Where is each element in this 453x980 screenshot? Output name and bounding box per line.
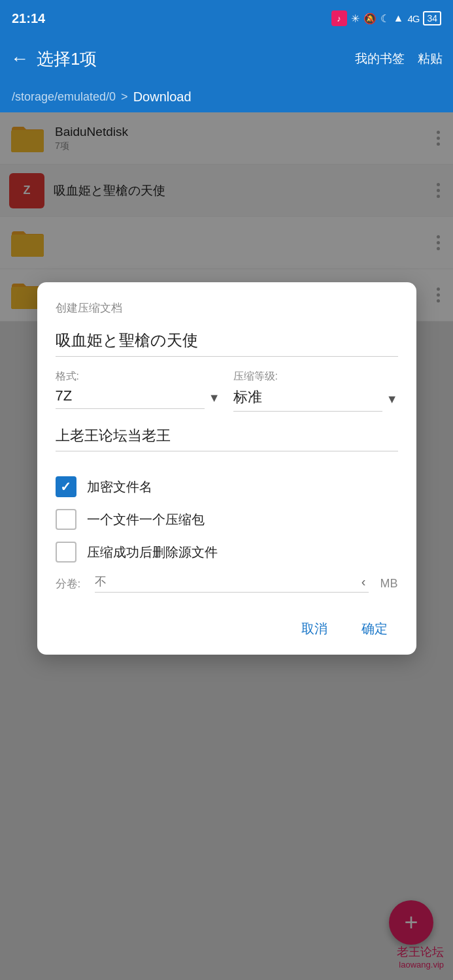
level-value: 标准 bbox=[233, 387, 382, 412]
top-actions: 我的书签 粘贴 bbox=[355, 50, 443, 67]
dialog-buttons: 取消 确定 bbox=[56, 610, 398, 642]
format-select[interactable]: 7Z ▼ bbox=[56, 387, 220, 409]
breadcrumb-current[interactable]: Download bbox=[133, 90, 192, 105]
breadcrumb: /storage/emulated/0 > Download bbox=[0, 81, 453, 112]
password-input[interactable] bbox=[56, 423, 398, 451]
file-list: BaiduNetdisk 7项 Z 吸血姫と聖槍の天使 bbox=[0, 112, 453, 980]
level-select[interactable]: 标准 ▼ bbox=[233, 387, 398, 412]
status-bar: 21:14 ♪ ✳ 🔕 ☾ ▲ 4G 34 bbox=[0, 0, 453, 37]
encrypt-checkbox[interactable] bbox=[56, 476, 76, 497]
top-bar: ← 选择1项 我的书签 粘贴 bbox=[0, 37, 453, 81]
create-archive-dialog: 创建压缩文档 格式: 7Z ▼ 压缩等级: 标准 ▼ bbox=[37, 282, 416, 655]
single-file-label: 一个文件一个压缩包 bbox=[87, 511, 205, 529]
delete-source-label: 压缩成功后删除源文件 bbox=[87, 544, 218, 561]
filename-input[interactable] bbox=[56, 327, 398, 357]
split-input[interactable] bbox=[95, 575, 359, 589]
level-field: 压缩等级: 标准 ▼ bbox=[233, 370, 398, 412]
format-chevron-down-icon: ▼ bbox=[209, 391, 220, 405]
delete-source-checkbox-row: 压缩成功后删除源文件 bbox=[56, 542, 398, 563]
breadcrumb-path[interactable]: /storage/emulated/0 bbox=[12, 90, 116, 104]
cancel-button[interactable]: 取消 bbox=[291, 616, 338, 642]
paste-button[interactable]: 粘贴 bbox=[418, 50, 443, 67]
wifi-icon: ▲ bbox=[394, 12, 404, 24]
confirm-button[interactable]: 确定 bbox=[351, 616, 398, 642]
split-volume-row: 分卷: ‹ MB bbox=[56, 574, 398, 593]
page-title: 选择1项 bbox=[37, 48, 355, 71]
bluetooth-icon: ✳ bbox=[351, 12, 360, 25]
mute-icon: 🔕 bbox=[363, 12, 377, 25]
status-time: 21:14 bbox=[12, 11, 45, 26]
delete-source-checkbox[interactable] bbox=[56, 542, 76, 563]
format-value: 7Z bbox=[56, 387, 205, 409]
format-field: 格式: 7Z ▼ bbox=[56, 370, 220, 409]
split-label: 分卷: bbox=[56, 576, 88, 591]
back-button[interactable]: ← bbox=[10, 48, 29, 69]
bookmark-button[interactable]: 我的书签 bbox=[355, 50, 405, 67]
dialog-overlay: 创建压缩文档 格式: 7Z ▼ 压缩等级: 标准 ▼ bbox=[0, 112, 453, 980]
format-level-row: 格式: 7Z ▼ 压缩等级: 标准 ▼ bbox=[56, 370, 398, 412]
split-unit: MB bbox=[380, 577, 398, 591]
breadcrumb-separator: > bbox=[121, 90, 128, 104]
signal-icon: 4G bbox=[407, 13, 419, 24]
encrypt-checkbox-row: 加密文件名 bbox=[56, 476, 398, 497]
encrypt-label: 加密文件名 bbox=[87, 478, 152, 496]
dialog-title: 创建压缩文档 bbox=[56, 301, 398, 316]
split-input-wrap: ‹ bbox=[95, 574, 369, 593]
status-icons: ♪ ✳ 🔕 ☾ ▲ 4G 34 bbox=[331, 10, 441, 26]
single-file-checkbox[interactable] bbox=[56, 509, 76, 530]
moon-icon: ☾ bbox=[380, 12, 390, 25]
level-chevron-down-icon: ▼ bbox=[386, 393, 398, 406]
music-icon: ♪ bbox=[331, 10, 347, 26]
split-chevron-left-icon[interactable]: ‹ bbox=[359, 574, 369, 589]
battery-icon: 34 bbox=[423, 11, 441, 25]
format-label: 格式: bbox=[56, 370, 220, 384]
single-file-checkbox-row: 一个文件一个压缩包 bbox=[56, 509, 398, 530]
level-label: 压缩等级: bbox=[233, 370, 398, 384]
